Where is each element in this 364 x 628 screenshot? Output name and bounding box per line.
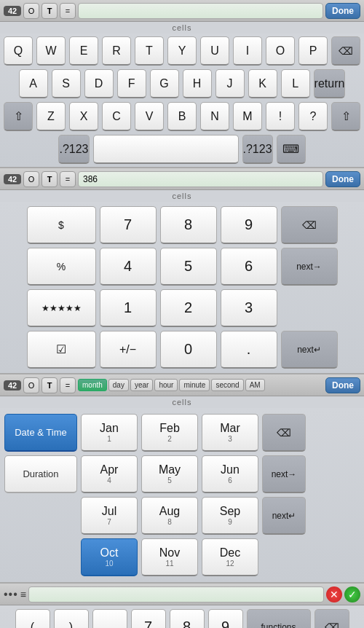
month-apr[interactable]: Apr4 <box>81 455 138 493</box>
key-keyboard[interactable]: ⌨ <box>277 135 306 164</box>
key-k[interactable]: K <box>248 69 277 98</box>
key-stars[interactable]: ★★★★★ <box>27 289 96 327</box>
formula-input[interactable] <box>28 586 324 603</box>
key-shift-left[interactable]: ⇧ <box>4 102 33 131</box>
key-2[interactable]: 2 <box>160 289 217 327</box>
seg-am[interactable]: AM <box>245 379 265 391</box>
key-plusminus[interactable]: +/− <box>100 331 157 369</box>
month-feb[interactable]: Feb2 <box>141 414 198 452</box>
icon-btn-t-1[interactable]: T <box>41 3 58 19</box>
key-backspace-num[interactable]: ⌫ <box>281 206 338 244</box>
month-jul[interactable]: Jul7 <box>81 497 138 535</box>
key-lparen[interactable]: ( <box>15 609 50 628</box>
key-punct-left[interactable]: .?123 <box>58 135 89 164</box>
key-dollar[interactable]: $ <box>27 206 96 244</box>
icon-btn-eq-1[interactable]: = <box>60 3 76 19</box>
key-s[interactable]: S <box>52 69 81 98</box>
key-r[interactable]: R <box>102 36 131 66</box>
key-a[interactable]: A <box>19 69 48 98</box>
key-d[interactable]: D <box>84 69 114 98</box>
formula-dots[interactable]: ••• <box>4 588 18 601</box>
key-v[interactable]: V <box>135 102 164 131</box>
search-input-2[interactable] <box>78 171 323 187</box>
key-punct-right[interactable]: .?123 <box>242 135 273 164</box>
key-rparen[interactable]: ) <box>54 609 89 628</box>
duration-label[interactable]: Duration <box>4 455 77 493</box>
done-button-3[interactable]: Done <box>325 377 360 393</box>
key-f9[interactable]: 9 <box>208 609 243 628</box>
icon-btn-t-2[interactable]: T <box>41 171 58 187</box>
key-i[interactable]: I <box>233 36 262 66</box>
seg-hour[interactable]: hour <box>154 379 178 391</box>
key-g[interactable]: G <box>150 69 179 98</box>
key-checkbox[interactable]: ☑ <box>27 331 96 369</box>
key-p[interactable]: P <box>298 36 328 66</box>
seg-day[interactable]: day <box>108 379 129 391</box>
key-space[interactable] <box>93 135 239 164</box>
key-6[interactable]: 6 <box>221 248 277 286</box>
date-next-return[interactable]: next↵ <box>262 497 306 535</box>
key-y[interactable]: Y <box>167 36 197 66</box>
key-b[interactable]: B <box>167 102 197 131</box>
key-0[interactable]: 0 <box>160 331 217 369</box>
month-oct[interactable]: Oct10 <box>81 538 138 576</box>
key-t[interactable]: T <box>135 36 164 66</box>
key-f7[interactable]: 7 <box>131 609 166 628</box>
icon-btn-t-3[interactable]: T <box>41 377 58 393</box>
key-h[interactable]: H <box>183 69 212 98</box>
key-question[interactable]: ? <box>298 102 328 131</box>
key-f8[interactable]: 8 <box>170 609 205 628</box>
icon-btn-o-1[interactable]: O <box>23 3 39 19</box>
month-mar[interactable]: Mar3 <box>202 414 258 452</box>
date-time-label[interactable]: Date & Time <box>4 414 77 452</box>
key-m[interactable]: M <box>233 102 262 131</box>
date-backspace[interactable]: ⌫ <box>262 414 306 452</box>
key-exclaim[interactable]: ! <box>266 102 295 131</box>
key-u[interactable]: U <box>200 36 229 66</box>
key-1[interactable]: 1 <box>100 289 157 327</box>
seg-second[interactable]: second <box>211 379 243 391</box>
key-comma[interactable]: , <box>92 609 127 628</box>
search-input-1[interactable] <box>78 3 323 19</box>
key-w[interactable]: W <box>36 36 66 66</box>
key-5[interactable]: 5 <box>160 248 217 286</box>
month-aug[interactable]: Aug8 <box>141 497 198 535</box>
seg-year[interactable]: year <box>130 379 153 391</box>
key-3[interactable]: 3 <box>221 289 277 327</box>
done-button-1[interactable]: Done <box>325 3 360 19</box>
month-dec[interactable]: Dec12 <box>202 538 258 576</box>
key-shift-right[interactable]: ⇧ <box>331 102 360 131</box>
key-4[interactable]: 4 <box>100 248 157 286</box>
key-j[interactable]: J <box>215 69 245 98</box>
key-percent[interactable]: % <box>27 248 96 286</box>
month-jun[interactable]: Jun6 <box>202 455 258 493</box>
key-f[interactable]: F <box>117 69 146 98</box>
cancel-button[interactable]: ✕ <box>326 586 342 603</box>
key-8[interactable]: 8 <box>160 206 217 244</box>
done-button-2[interactable]: Done <box>325 171 360 187</box>
key-e[interactable]: E <box>69 36 98 66</box>
accept-button[interactable]: ✓ <box>344 586 360 603</box>
key-n[interactable]: N <box>200 102 229 131</box>
key-c[interactable]: C <box>102 102 131 131</box>
key-z[interactable]: Z <box>36 102 66 131</box>
key-o[interactable]: O <box>266 36 295 66</box>
key-l[interactable]: L <box>281 69 310 98</box>
key-x[interactable]: X <box>69 102 98 131</box>
seg-month[interactable]: month <box>78 379 107 391</box>
month-may[interactable]: May5 <box>141 455 198 493</box>
key-next-return[interactable]: next↵ <box>281 331 338 369</box>
month-nov[interactable]: Nov11 <box>141 538 198 576</box>
formula-list-icon[interactable]: ≡ <box>20 589 26 600</box>
icon-btn-eq-3[interactable]: = <box>60 377 76 393</box>
seg-minute[interactable]: minute <box>179 379 210 391</box>
key-q[interactable]: Q <box>4 36 33 66</box>
icon-btn-o-3[interactable]: O <box>23 377 39 393</box>
key-formula-backspace[interactable]: ⌫ <box>314 609 349 628</box>
month-sep[interactable]: Sep9 <box>202 497 258 535</box>
key-dot[interactable]: . <box>221 331 277 369</box>
month-jan[interactable]: Jan1 <box>81 414 138 452</box>
key-functions[interactable]: functions <box>247 609 311 628</box>
date-next-tab[interactable]: next→ <box>262 455 306 493</box>
icon-btn-o-2[interactable]: O <box>23 171 39 187</box>
